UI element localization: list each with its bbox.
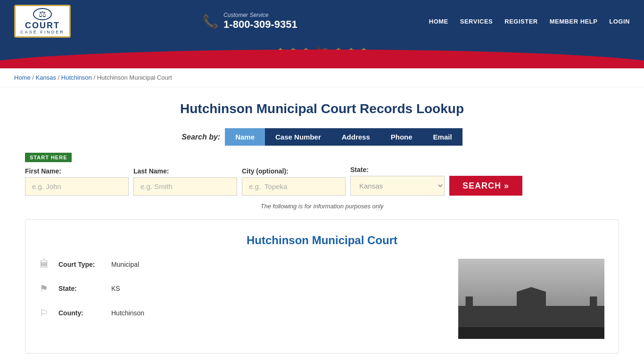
tab-name[interactable]: Name	[225, 128, 265, 146]
logo-area: ⚖ COURT CASE FINDER	[14, 5, 71, 38]
search-bar: Search by: Name Case Number Address Phon…	[25, 128, 619, 146]
photo-cars	[458, 327, 604, 339]
breadcrumb-sep-3: /	[93, 74, 97, 81]
state-icon: ⚑	[40, 283, 53, 294]
state-value: KS	[111, 285, 120, 292]
court-photo	[458, 259, 604, 339]
breadcrumb-sep-1: /	[32, 74, 35, 81]
first-name-input[interactable]	[25, 177, 129, 196]
phone-icon: 📞	[202, 14, 219, 29]
city-input[interactable]	[242, 177, 346, 196]
main-content: Hutchinson Municipal Court Records Looku…	[16, 87, 628, 362]
tab-address[interactable]: Address	[331, 128, 380, 146]
city-group: City (optional):	[242, 167, 346, 196]
state-label-detail: State:	[58, 285, 106, 292]
first-name-group: First Name:	[25, 167, 129, 196]
tab-email[interactable]: Email	[423, 128, 462, 146]
court-type-row: 🏛 Court Type: Municipal	[40, 259, 444, 270]
last-name-input[interactable]	[133, 177, 237, 196]
court-card: Hutchinson Municipal Court 🏛 Court Type:…	[25, 219, 619, 354]
breadcrumb-city[interactable]: Hutchinson	[61, 74, 92, 81]
main-nav: HOME SERVICES REGISTER MEMBER HELP LOGIN	[429, 18, 630, 25]
court-type-label: Court Type:	[58, 261, 106, 268]
court-type-value: Municipal	[111, 261, 139, 268]
court-state-row: ⚑ State: KS	[40, 283, 444, 294]
logo: ⚖ COURT CASE FINDER	[14, 5, 71, 38]
tab-phone[interactable]: Phone	[380, 128, 423, 146]
breadcrumb-sep-2: /	[58, 74, 61, 81]
court-county-row: ⚐ County: Hutchinson	[40, 307, 444, 319]
first-name-label: First Name:	[25, 167, 129, 175]
breadcrumb: Home / Kansas / Hutchinson / Hutchinson …	[0, 68, 644, 87]
customer-service-phone: 1-800-309-9351	[223, 18, 297, 31]
state-select[interactable]: Kansas Alabama Alaska Arizona Arkansas C…	[350, 176, 445, 196]
search-button[interactable]: SEARCH »	[449, 176, 522, 196]
breadcrumb-state[interactable]: Kansas	[36, 74, 56, 81]
county-label: County:	[58, 309, 106, 317]
nav-register[interactable]: REGISTER	[504, 18, 537, 25]
county-icon: ⚐	[40, 307, 53, 319]
last-name-group: Last Name:	[133, 167, 237, 196]
logo-court-text: COURT	[25, 21, 60, 30]
stars-banner: ★ ★ ★ 🦅 ★ ★ ★	[0, 42, 644, 68]
page-title: Hutchinson Municipal Court Records Looku…	[25, 101, 619, 116]
logo-emblem: ⚖	[33, 8, 52, 20]
state-group: State: Kansas Alabama Alaska Arizona Ark…	[350, 166, 445, 196]
nav-home[interactable]: HOME	[429, 18, 448, 25]
court-photo-bg	[458, 259, 604, 339]
search-by-label: Search by:	[182, 133, 220, 141]
search-form-area: START HERE First Name: Last Name: City (…	[25, 153, 619, 196]
city-label: City (optional):	[242, 167, 346, 175]
search-form-row: First Name: Last Name: City (optional): …	[25, 166, 619, 196]
site-header: ⚖ COURT CASE FINDER 📞 Customer Service 1…	[0, 0, 644, 42]
customer-service-label: Customer Service	[223, 12, 297, 18]
start-here-badge: START HERE	[25, 153, 72, 162]
county-value: Hutchinson	[111, 309, 144, 317]
court-type-icon: 🏛	[40, 259, 53, 270]
court-card-title: Hutchinson Municipal Court	[40, 234, 604, 247]
court-info-layout: 🏛 Court Type: Municipal ⚑ State: KS ⚐ Co…	[40, 259, 604, 339]
state-label: State:	[350, 166, 445, 173]
logo-sub-text: CASE FINDER	[20, 30, 65, 34]
info-note: The following is for information purpose…	[25, 203, 619, 210]
court-details: 🏛 Court Type: Municipal ⚑ State: KS ⚐ Co…	[40, 259, 444, 339]
breadcrumb-home[interactable]: Home	[14, 74, 31, 81]
nav-member-help[interactable]: MEMBER HELP	[550, 18, 598, 25]
last-name-label: Last Name:	[133, 167, 237, 175]
nav-login[interactable]: LOGIN	[609, 18, 630, 25]
breadcrumb-current: Hutchinson Municipal Court	[97, 74, 172, 81]
nav-services[interactable]: SERVICES	[460, 18, 493, 25]
tab-case-number[interactable]: Case Number	[265, 128, 331, 146]
customer-service: 📞 Customer Service 1-800-309-9351	[202, 12, 297, 31]
